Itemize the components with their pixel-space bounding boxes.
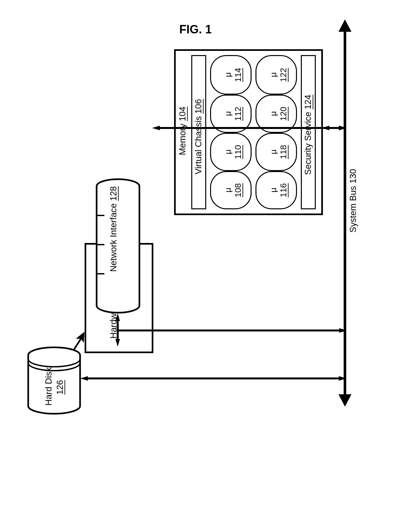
hard-disk-ref-text: 126 <box>55 380 65 394</box>
mu-symbol-108: μ <box>223 188 233 193</box>
mu-symbol-118: μ <box>268 150 278 155</box>
connector-net-bus-h <box>117 328 347 333</box>
connector-memory-bus <box>322 126 347 130</box>
system-bus-label-text: System Bus 130 <box>348 169 358 233</box>
svg-marker-20 <box>115 339 120 347</box>
mu-ref-118: 118 <box>278 145 288 159</box>
mu-112: μ112 <box>223 99 243 128</box>
virtual-chassis-label-text: Virtual Chassis <box>194 116 203 174</box>
svg-marker-8 <box>322 126 329 130</box>
mu-ref-110: 110 <box>233 145 243 159</box>
security-service-ref-text: 124 <box>303 95 313 109</box>
mu-symbol-122: μ <box>268 73 278 77</box>
system-bus-label: System Bus 130 <box>348 161 358 233</box>
svg-marker-13 <box>339 376 347 381</box>
hard-disk-label-text: Hard Disk <box>44 367 53 406</box>
network-interface-label-text: Network Interface <box>109 203 118 272</box>
mu-ref-116: 116 <box>278 183 288 197</box>
mu-ref-108: 108 <box>233 183 243 197</box>
mu-118: μ118 <box>268 138 289 166</box>
mu-symbol-116: μ <box>268 188 278 193</box>
figure-title-text: FIG. 1 <box>179 23 212 36</box>
svg-marker-9 <box>339 126 347 130</box>
mu-symbol-110: μ <box>223 150 233 155</box>
mu-ref-112: 112 <box>233 107 243 121</box>
security-service-label-text: Security Service <box>303 112 313 175</box>
mu-108: μ108 <box>223 176 243 204</box>
mu-116: μ116 <box>268 176 289 204</box>
svg-marker-3 <box>338 394 351 407</box>
svg-marker-2 <box>338 19 351 32</box>
svg-marker-5 <box>152 126 160 130</box>
mu-symbol-120: μ <box>268 111 278 116</box>
mu-120: μ120 <box>268 99 289 128</box>
system-bus <box>344 30 346 396</box>
hard-disk-label: Hard Disk <box>44 365 54 408</box>
mu-symbol-114: μ <box>223 73 233 77</box>
memory-label: Memory 104 <box>178 110 188 155</box>
mu-ref-120: 120 <box>278 107 288 121</box>
svg-marker-12 <box>80 376 88 381</box>
mu-ref-122: 122 <box>278 68 288 82</box>
security-service-label: Security Service 124 <box>303 89 313 175</box>
mu-ref-114: 114 <box>233 68 243 82</box>
hard-disk-ref: 126 <box>55 379 65 395</box>
memory-ref-text: 104 <box>178 107 187 121</box>
network-interface-label: Network Interface 128 <box>109 180 119 278</box>
svg-marker-19 <box>115 313 120 321</box>
mu-110: μ110 <box>223 138 243 166</box>
mu-114: μ114 <box>223 61 243 89</box>
connector-disk-bus <box>80 376 347 381</box>
diagram-stage: FIG. 1 100 Hardware Processor 102 Memory… <box>0 0 402 532</box>
bus-arrow-top <box>338 19 351 32</box>
figure-title: FIG. 1 <box>179 23 212 36</box>
bus-arrow-bottom <box>338 394 351 407</box>
virtual-chassis-ref-text: 106 <box>194 99 203 114</box>
network-interface-ref-text: 128 <box>109 186 118 201</box>
svg-marker-22 <box>339 328 347 333</box>
mu-122: μ122 <box>268 61 289 89</box>
connector-hw-bus <box>152 126 347 130</box>
hard-disk-icon <box>27 346 81 415</box>
virtual-chassis-label: Virtual Chassis 106 <box>194 90 204 174</box>
mu-symbol-112: μ <box>223 111 233 116</box>
